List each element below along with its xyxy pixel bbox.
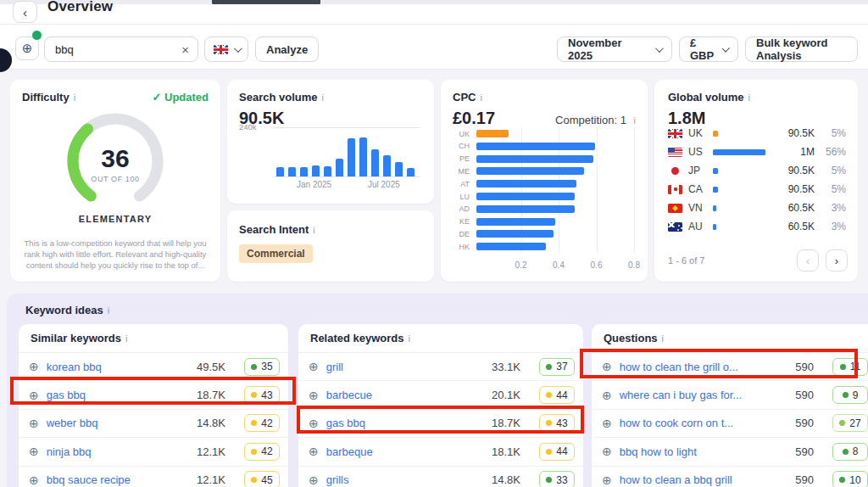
cpc-bar[interactable]: [476, 167, 584, 175]
keyword-link[interactable]: barbeque: [326, 445, 481, 458]
cpc-bar[interactable]: [476, 230, 554, 238]
keyword-row[interactable]: ⊕weber bbq14.8K42: [19, 410, 288, 438]
info-icon[interactable]: i: [108, 305, 109, 316]
keyword-row[interactable]: ⊕bbq how to light5908: [592, 438, 868, 466]
add-keyword-icon[interactable]: ⊕: [29, 360, 39, 373]
keyword-link[interactable]: how to cook corn on t...: [620, 417, 775, 429]
difficulty-dot-icon: [843, 449, 849, 455]
analyze-button[interactable]: Analyze: [255, 36, 319, 62]
country-volume: 1M: [800, 146, 815, 158]
app-header: ‹ Overview ⊕ × Analyze November 2025 £ G…: [0, 4, 868, 70]
add-keyword-button[interactable]: ⊕: [15, 36, 39, 60]
country-row-us: US1M56%: [668, 143, 846, 161]
x-tick-label: 0.2: [515, 260, 527, 270]
back-button[interactable]: ‹: [13, 1, 37, 23]
bulk-analysis-button[interactable]: Bulk keyword Analysis: [745, 36, 858, 62]
country-share: 5%: [821, 127, 846, 139]
next-page-button[interactable]: ›: [826, 249, 848, 271]
country-volume-bar: [713, 224, 716, 230]
cpc-bar[interactable]: [476, 243, 546, 250]
info-icon[interactable]: i: [480, 92, 481, 103]
pagination-label: 1 - 6 of 7: [668, 255, 704, 266]
info-icon[interactable]: i: [74, 92, 75, 103]
cpc-row-uk: UK: [453, 127, 636, 140]
add-keyword-icon[interactable]: ⊕: [602, 389, 612, 402]
volume-bar[interactable]: [336, 159, 343, 176]
keyword-link[interactable]: grill: [326, 361, 481, 373]
info-icon[interactable]: i: [662, 333, 664, 344]
prev-page-button[interactable]: ‹: [797, 249, 819, 271]
info-icon[interactable]: i: [409, 333, 410, 344]
keyword-link[interactable]: weber bbq: [47, 417, 186, 429]
keyword-row[interactable]: ⊕bbq sauce recipe12.1K45: [19, 467, 288, 487]
keyword-row[interactable]: ⊕how to clean a bbq grill59010: [592, 467, 868, 487]
keyword-row[interactable]: ⊕ninja bbq12.1K42: [19, 438, 288, 466]
clear-input-icon[interactable]: ×: [181, 43, 189, 56]
keyword-link[interactable]: ninja bbq: [47, 445, 186, 458]
au-flag-icon: [668, 222, 682, 232]
add-keyword-icon[interactable]: ⊕: [602, 473, 612, 487]
volume-bar[interactable]: [300, 167, 308, 176]
add-keyword-icon[interactable]: ⊕: [309, 473, 319, 487]
volume-bar[interactable]: [371, 149, 379, 176]
volume-bar[interactable]: [395, 162, 403, 176]
keyword-row[interactable]: ⊕grill33.1K37: [298, 353, 583, 381]
keyword-row[interactable]: ⊕barbeque18.1K44: [298, 438, 583, 466]
difficulty-badge: 42: [244, 443, 280, 461]
add-keyword-icon[interactable]: ⊕: [29, 473, 39, 487]
volume-bar[interactable]: [359, 137, 367, 176]
add-keyword-icon[interactable]: ⊕: [309, 360, 319, 373]
cpc-bar[interactable]: [476, 143, 595, 150]
info-icon[interactable]: i: [125, 333, 127, 344]
month-select[interactable]: November 2025: [557, 36, 672, 62]
cpc-bar[interactable]: [476, 155, 593, 163]
add-keyword-icon[interactable]: ⊕: [602, 417, 612, 430]
keyword-row[interactable]: ⊕how to cook corn on t...59027: [592, 410, 868, 438]
info-icon[interactable]: i: [748, 92, 750, 103]
volume-bar[interactable]: [312, 165, 320, 176]
keyword-link[interactable]: korean bbq: [47, 361, 186, 373]
keyword-link[interactable]: bbq how to light: [620, 445, 775, 458]
global-volume-title: Global volume: [668, 91, 744, 104]
cpc-bar[interactable]: [476, 180, 576, 188]
add-keyword-icon[interactable]: ⊕: [29, 417, 39, 430]
updated-label: Updated: [164, 91, 209, 104]
difficulty-number: 10: [849, 474, 860, 486]
difficulty-number: 9: [853, 389, 859, 401]
info-icon[interactable]: i: [313, 225, 314, 235]
cpc-row-pe: PE: [453, 153, 636, 165]
keyword-link[interactable]: how to clean a bbq grill: [620, 473, 775, 486]
axis-baseline: [273, 176, 420, 177]
keyword-row[interactable]: ⊕where can i buy gas for...5909: [592, 381, 868, 409]
currency-select[interactable]: £ GBP: [679, 36, 738, 62]
volume-bar[interactable]: [324, 166, 331, 176]
info-icon[interactable]: i: [634, 115, 636, 126]
keyword-ideas-label: Keyword ideas: [25, 304, 103, 316]
keyword-link[interactable]: where can i buy gas for...: [620, 389, 775, 401]
cpc-bar[interactable]: [476, 205, 575, 213]
volume-bar[interactable]: [383, 155, 391, 176]
add-keyword-icon[interactable]: ⊕: [602, 445, 612, 458]
volume-bar[interactable]: [276, 167, 284, 176]
country-select[interactable]: [204, 36, 248, 62]
add-keyword-icon[interactable]: ⊕: [309, 389, 319, 402]
keyword-volume: 590: [775, 473, 814, 486]
keyword-link[interactable]: barbecue: [326, 389, 481, 401]
cpc-bar[interactable]: [476, 218, 555, 226]
add-keyword-icon[interactable]: ⊕: [29, 445, 39, 458]
volume-bar[interactable]: [407, 168, 415, 176]
cpc-bar[interactable]: [476, 193, 575, 200]
info-icon[interactable]: i: [322, 92, 324, 103]
keyword-row[interactable]: ⊕grills14.8K33: [298, 467, 583, 487]
country-row-vn: VN60.5K3%: [668, 199, 846, 217]
volume-bar[interactable]: [288, 167, 296, 176]
keyword-input-wrap[interactable]: ×: [44, 36, 198, 62]
add-keyword-icon[interactable]: ⊕: [309, 445, 319, 458]
keyword-link[interactable]: bbq sauce recipe: [47, 473, 186, 486]
volume-bar[interactable]: [348, 138, 355, 176]
difficulty-description: This is a low-competition keyword that w…: [22, 238, 209, 271]
keyword-input[interactable]: [55, 43, 181, 56]
keyword-link[interactable]: grills: [326, 473, 481, 486]
cpc-bar[interactable]: [476, 130, 509, 137]
country-share: 3%: [821, 221, 846, 232]
